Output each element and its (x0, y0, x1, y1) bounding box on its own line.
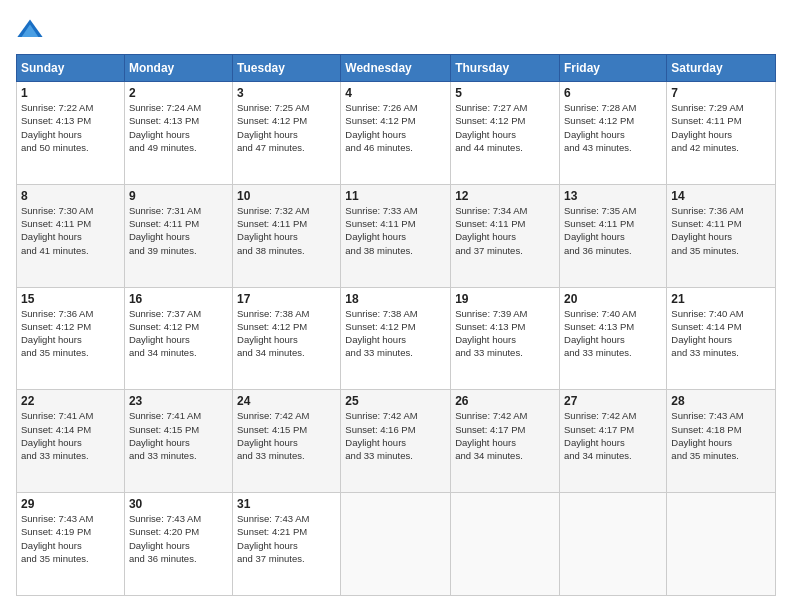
calendar-cell (341, 493, 451, 596)
calendar-week-row: 22 Sunrise: 7:41 AMSunset: 4:14 PMDaylig… (17, 390, 776, 493)
calendar-cell: 23 Sunrise: 7:41 AMSunset: 4:15 PMDaylig… (124, 390, 232, 493)
calendar-cell: 17 Sunrise: 7:38 AMSunset: 4:12 PMDaylig… (233, 287, 341, 390)
calendar-cell: 11 Sunrise: 7:33 AMSunset: 4:11 PMDaylig… (341, 184, 451, 287)
day-info: Sunrise: 7:40 AMSunset: 4:13 PMDaylight … (564, 308, 636, 359)
calendar-week-row: 29 Sunrise: 7:43 AMSunset: 4:19 PMDaylig… (17, 493, 776, 596)
calendar-cell: 28 Sunrise: 7:43 AMSunset: 4:18 PMDaylig… (667, 390, 776, 493)
day-info: Sunrise: 7:38 AMSunset: 4:12 PMDaylight … (345, 308, 417, 359)
calendar-cell: 21 Sunrise: 7:40 AMSunset: 4:14 PMDaylig… (667, 287, 776, 390)
calendar-cell: 22 Sunrise: 7:41 AMSunset: 4:14 PMDaylig… (17, 390, 125, 493)
day-number: 8 (21, 189, 120, 203)
day-number: 19 (455, 292, 555, 306)
calendar-cell: 9 Sunrise: 7:31 AMSunset: 4:11 PMDayligh… (124, 184, 232, 287)
day-number: 27 (564, 394, 662, 408)
calendar-cell: 31 Sunrise: 7:43 AMSunset: 4:21 PMDaylig… (233, 493, 341, 596)
day-info: Sunrise: 7:38 AMSunset: 4:12 PMDaylight … (237, 308, 309, 359)
day-info: Sunrise: 7:43 AMSunset: 4:18 PMDaylight … (671, 410, 743, 461)
day-number: 31 (237, 497, 336, 511)
day-number: 9 (129, 189, 228, 203)
day-number: 13 (564, 189, 662, 203)
weekday-header: Wednesday (341, 55, 451, 82)
calendar-cell (667, 493, 776, 596)
day-info: Sunrise: 7:41 AMSunset: 4:14 PMDaylight … (21, 410, 93, 461)
day-info: Sunrise: 7:42 AMSunset: 4:17 PMDaylight … (564, 410, 636, 461)
day-info: Sunrise: 7:40 AMSunset: 4:14 PMDaylight … (671, 308, 743, 359)
day-number: 2 (129, 86, 228, 100)
page: SundayMondayTuesdayWednesdayThursdayFrid… (0, 0, 792, 612)
day-info: Sunrise: 7:30 AMSunset: 4:11 PMDaylight … (21, 205, 93, 256)
calendar-cell: 13 Sunrise: 7:35 AMSunset: 4:11 PMDaylig… (560, 184, 667, 287)
day-info: Sunrise: 7:42 AMSunset: 4:17 PMDaylight … (455, 410, 527, 461)
calendar-week-row: 1 Sunrise: 7:22 AMSunset: 4:13 PMDayligh… (17, 82, 776, 185)
day-info: Sunrise: 7:24 AMSunset: 4:13 PMDaylight … (129, 102, 201, 153)
day-info: Sunrise: 7:43 AMSunset: 4:21 PMDaylight … (237, 513, 309, 564)
day-info: Sunrise: 7:31 AMSunset: 4:11 PMDaylight … (129, 205, 201, 256)
calendar-cell: 14 Sunrise: 7:36 AMSunset: 4:11 PMDaylig… (667, 184, 776, 287)
day-number: 15 (21, 292, 120, 306)
calendar-cell: 19 Sunrise: 7:39 AMSunset: 4:13 PMDaylig… (451, 287, 560, 390)
weekday-header: Tuesday (233, 55, 341, 82)
day-number: 5 (455, 86, 555, 100)
calendar-cell: 3 Sunrise: 7:25 AMSunset: 4:12 PMDayligh… (233, 82, 341, 185)
day-info: Sunrise: 7:26 AMSunset: 4:12 PMDaylight … (345, 102, 417, 153)
calendar-cell (560, 493, 667, 596)
calendar-cell: 7 Sunrise: 7:29 AMSunset: 4:11 PMDayligh… (667, 82, 776, 185)
calendar-cell (451, 493, 560, 596)
day-number: 3 (237, 86, 336, 100)
day-info: Sunrise: 7:29 AMSunset: 4:11 PMDaylight … (671, 102, 743, 153)
day-info: Sunrise: 7:27 AMSunset: 4:12 PMDaylight … (455, 102, 527, 153)
calendar-cell: 30 Sunrise: 7:43 AMSunset: 4:20 PMDaylig… (124, 493, 232, 596)
calendar-cell: 25 Sunrise: 7:42 AMSunset: 4:16 PMDaylig… (341, 390, 451, 493)
day-info: Sunrise: 7:43 AMSunset: 4:19 PMDaylight … (21, 513, 93, 564)
calendar-cell: 18 Sunrise: 7:38 AMSunset: 4:12 PMDaylig… (341, 287, 451, 390)
day-info: Sunrise: 7:33 AMSunset: 4:11 PMDaylight … (345, 205, 417, 256)
calendar-cell: 12 Sunrise: 7:34 AMSunset: 4:11 PMDaylig… (451, 184, 560, 287)
calendar-cell: 2 Sunrise: 7:24 AMSunset: 4:13 PMDayligh… (124, 82, 232, 185)
weekday-header: Thursday (451, 55, 560, 82)
day-number: 30 (129, 497, 228, 511)
day-info: Sunrise: 7:34 AMSunset: 4:11 PMDaylight … (455, 205, 527, 256)
day-info: Sunrise: 7:35 AMSunset: 4:11 PMDaylight … (564, 205, 636, 256)
day-number: 1 (21, 86, 120, 100)
calendar-cell: 15 Sunrise: 7:36 AMSunset: 4:12 PMDaylig… (17, 287, 125, 390)
calendar-cell: 20 Sunrise: 7:40 AMSunset: 4:13 PMDaylig… (560, 287, 667, 390)
day-info: Sunrise: 7:32 AMSunset: 4:11 PMDaylight … (237, 205, 309, 256)
day-number: 12 (455, 189, 555, 203)
day-info: Sunrise: 7:25 AMSunset: 4:12 PMDaylight … (237, 102, 309, 153)
day-number: 11 (345, 189, 446, 203)
calendar-week-row: 8 Sunrise: 7:30 AMSunset: 4:11 PMDayligh… (17, 184, 776, 287)
day-info: Sunrise: 7:43 AMSunset: 4:20 PMDaylight … (129, 513, 201, 564)
calendar-cell: 1 Sunrise: 7:22 AMSunset: 4:13 PMDayligh… (17, 82, 125, 185)
calendar-cell: 8 Sunrise: 7:30 AMSunset: 4:11 PMDayligh… (17, 184, 125, 287)
calendar-cell: 6 Sunrise: 7:28 AMSunset: 4:12 PMDayligh… (560, 82, 667, 185)
day-number: 18 (345, 292, 446, 306)
calendar-cell: 4 Sunrise: 7:26 AMSunset: 4:12 PMDayligh… (341, 82, 451, 185)
day-number: 23 (129, 394, 228, 408)
day-info: Sunrise: 7:22 AMSunset: 4:13 PMDaylight … (21, 102, 93, 153)
day-number: 25 (345, 394, 446, 408)
day-info: Sunrise: 7:36 AMSunset: 4:12 PMDaylight … (21, 308, 93, 359)
day-info: Sunrise: 7:42 AMSunset: 4:15 PMDaylight … (237, 410, 309, 461)
calendar-cell: 24 Sunrise: 7:42 AMSunset: 4:15 PMDaylig… (233, 390, 341, 493)
calendar-cell: 5 Sunrise: 7:27 AMSunset: 4:12 PMDayligh… (451, 82, 560, 185)
calendar-week-row: 15 Sunrise: 7:36 AMSunset: 4:12 PMDaylig… (17, 287, 776, 390)
calendar-cell: 10 Sunrise: 7:32 AMSunset: 4:11 PMDaylig… (233, 184, 341, 287)
day-number: 28 (671, 394, 771, 408)
calendar-header-row: SundayMondayTuesdayWednesdayThursdayFrid… (17, 55, 776, 82)
day-number: 10 (237, 189, 336, 203)
day-number: 6 (564, 86, 662, 100)
weekday-header: Friday (560, 55, 667, 82)
day-number: 22 (21, 394, 120, 408)
day-info: Sunrise: 7:39 AMSunset: 4:13 PMDaylight … (455, 308, 527, 359)
day-number: 14 (671, 189, 771, 203)
logo (16, 16, 48, 44)
header (16, 16, 776, 44)
calendar-cell: 16 Sunrise: 7:37 AMSunset: 4:12 PMDaylig… (124, 287, 232, 390)
day-info: Sunrise: 7:36 AMSunset: 4:11 PMDaylight … (671, 205, 743, 256)
weekday-header: Saturday (667, 55, 776, 82)
day-info: Sunrise: 7:28 AMSunset: 4:12 PMDaylight … (564, 102, 636, 153)
day-number: 20 (564, 292, 662, 306)
calendar-cell: 27 Sunrise: 7:42 AMSunset: 4:17 PMDaylig… (560, 390, 667, 493)
calendar-table: SundayMondayTuesdayWednesdayThursdayFrid… (16, 54, 776, 596)
day-number: 4 (345, 86, 446, 100)
